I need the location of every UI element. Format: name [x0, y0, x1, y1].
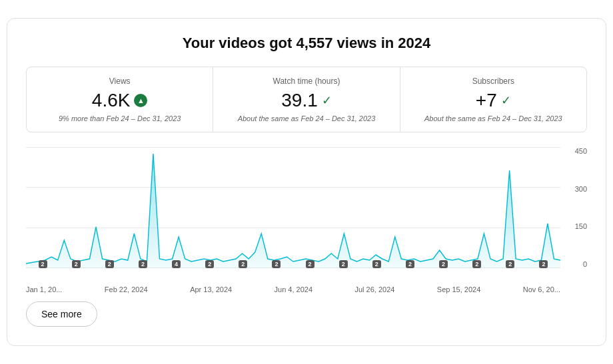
- x-axis-labels: Jan 1, 20... Feb 22, 2024 Apr 13, 2024 J…: [26, 285, 587, 293]
- y-axis: 450 300 150 0: [560, 147, 587, 280]
- video-badge: 2: [139, 260, 147, 268]
- x-label-nov: Nov 6, 20...: [523, 285, 560, 293]
- y-label-300: 300: [575, 185, 587, 193]
- views-value-row: 4.6K ▲: [39, 90, 201, 111]
- watch-time-value-row: 39.1 ✓: [225, 90, 387, 111]
- video-badge: 2: [439, 260, 448, 268]
- video-badge: 2: [272, 260, 281, 268]
- video-badge: 2: [39, 260, 47, 268]
- video-badge: 2: [539, 260, 548, 268]
- up-arrow-icon: ▲: [134, 94, 147, 107]
- subscribers-value-row: +7 ✓: [412, 90, 574, 111]
- check-icon-subscribers: ✓: [501, 93, 511, 108]
- video-badge: 2: [339, 260, 348, 268]
- video-badges-row: 2 2 2 2 4 2 2 2 2 2 2 2 2 2 2 2: [26, 260, 560, 268]
- video-badge: 2: [472, 260, 481, 268]
- video-badge: 2: [105, 260, 114, 268]
- y-label-450: 450: [575, 147, 587, 155]
- stats-row: Views 4.6K ▲ 9% more than Feb 24 – Dec 3…: [26, 67, 587, 132]
- watch-time-sub: About the same as Feb 24 – Dec 31, 2023: [225, 114, 387, 122]
- video-badge: 2: [306, 260, 314, 268]
- video-badge: 4: [172, 260, 181, 268]
- subscribers-sub: About the same as Feb 24 – Dec 31, 2023: [412, 114, 574, 122]
- stat-subscribers: Subscribers +7 ✓ About the same as Feb 2…: [400, 67, 586, 132]
- x-label-jun: Jun 4, 2024: [275, 285, 313, 293]
- views-label: Views: [39, 77, 201, 86]
- watch-time-value: 39.1: [281, 90, 318, 111]
- analytics-card: Your videos got 4,557 views in 2024 View…: [7, 18, 606, 346]
- see-more-button[interactable]: See more: [26, 301, 97, 327]
- video-badge: 2: [372, 260, 381, 268]
- video-badge: 2: [205, 260, 214, 268]
- chart-svg: [26, 147, 560, 268]
- video-badge: 2: [506, 260, 514, 268]
- x-label-jan: Jan 1, 20...: [26, 285, 62, 293]
- check-icon-watch: ✓: [322, 93, 332, 108]
- y-label-0: 0: [583, 260, 587, 268]
- y-label-150: 150: [575, 222, 587, 230]
- subscribers-value: +7: [476, 90, 497, 111]
- x-label-jul: Jul 26, 2024: [354, 285, 394, 293]
- views-value: 4.6K: [92, 90, 131, 111]
- watch-time-label: Watch time (hours): [225, 77, 387, 86]
- x-label-feb: Feb 22, 2024: [105, 285, 148, 293]
- x-label-sep: Sep 15, 2024: [437, 285, 480, 293]
- stat-watch-time: Watch time (hours) 39.1 ✓ About the same…: [213, 67, 400, 132]
- stat-views: Views 4.6K ▲ 9% more than Feb 24 – Dec 3…: [27, 67, 213, 132]
- video-badge: 2: [72, 260, 81, 268]
- page-title: Your videos got 4,557 views in 2024: [26, 35, 587, 52]
- video-badge: 2: [239, 260, 247, 268]
- x-label-apr: Apr 13, 2024: [190, 285, 232, 293]
- views-sub: 9% more than Feb 24 – Dec 31, 2023: [39, 114, 201, 122]
- chart-container: 2 2 2 2 4 2 2 2 2 2 2 2 2 2 2 2 450 300 …: [26, 147, 587, 280]
- video-badge: 2: [406, 260, 414, 268]
- subscribers-label: Subscribers: [412, 77, 574, 86]
